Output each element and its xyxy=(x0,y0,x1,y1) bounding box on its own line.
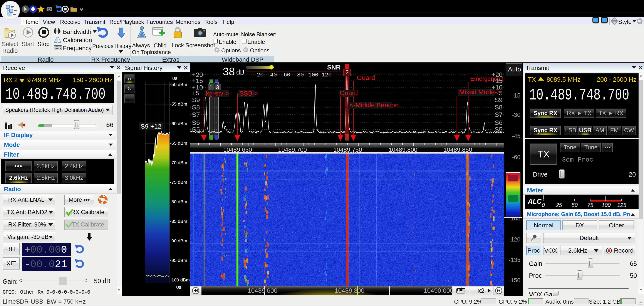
svg-text:S9: S9 xyxy=(192,96,200,103)
svg-text:100: 100 xyxy=(308,72,318,78)
svg-text:2: 2 xyxy=(345,69,348,76)
svg-text:dB: dB xyxy=(236,68,244,76)
svg-text:38: 38 xyxy=(223,66,235,78)
svg-text:Guard: Guard xyxy=(340,89,358,96)
svg-text:Mixed Mode->: Mixed Mode-> xyxy=(459,88,500,96)
svg-text:20: 20 xyxy=(257,72,264,78)
svg-text:SNR: SNR xyxy=(327,64,340,71)
svg-text:80: 80 xyxy=(297,72,304,78)
svg-text:120: 120 xyxy=(322,72,332,78)
svg-text:+5: +5 xyxy=(192,89,199,97)
svg-text:SSB->: SSB-> xyxy=(239,90,258,97)
svg-text:60: 60 xyxy=(284,72,290,78)
svg-text:kg-stv->: kg-stv-> xyxy=(206,90,229,97)
svg-text:S8: S8 xyxy=(494,104,502,111)
svg-text:+15: +15 xyxy=(192,77,203,84)
svg-text:<-Middle Beacon: <-Middle Beacon xyxy=(350,101,398,109)
svg-text:S7: S7 xyxy=(494,111,502,118)
svg-text:S7: S7 xyxy=(192,111,200,118)
svg-text:S8: S8 xyxy=(192,104,200,111)
svg-text:S9: S9 xyxy=(494,96,502,103)
svg-text:40: 40 xyxy=(270,72,277,78)
svg-text:S6: S6 xyxy=(494,119,502,126)
svg-text:S6: S6 xyxy=(192,119,200,126)
svg-text:Guard: Guard xyxy=(357,74,375,81)
